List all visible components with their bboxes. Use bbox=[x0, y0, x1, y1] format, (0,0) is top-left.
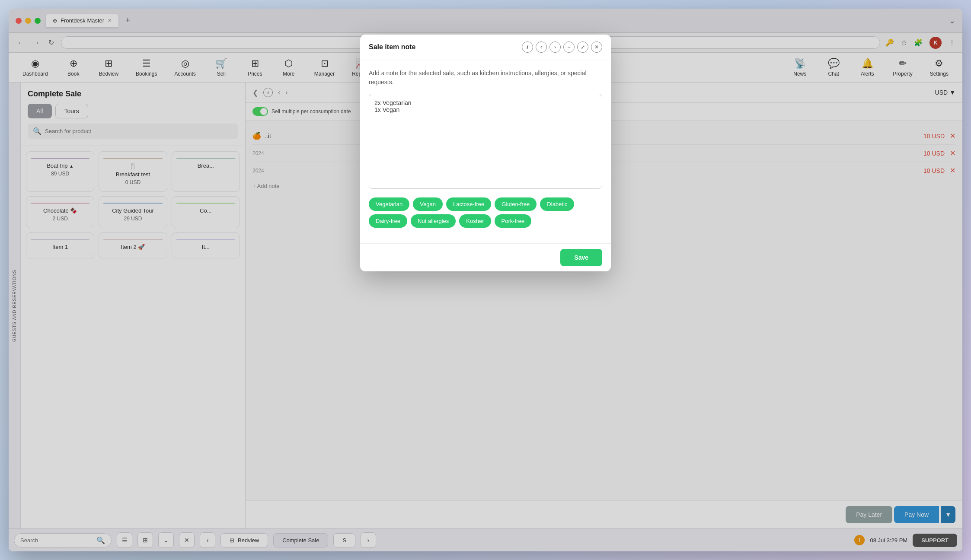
modal-description: Add a note for the selected sale, such a… bbox=[369, 69, 602, 87]
modal-next-button[interactable]: › bbox=[549, 41, 561, 53]
modal-info-button[interactable]: i bbox=[522, 41, 533, 53]
modal-tags: Vegetarian Vegan Lactose-free Gluten-fre… bbox=[369, 197, 602, 228]
modal-close-button[interactable]: ✕ bbox=[591, 41, 602, 53]
tag-kosher[interactable]: Kosher bbox=[459, 214, 491, 228]
modal-controls: i ‹ › − ⤢ ✕ bbox=[522, 41, 602, 53]
tag-gluten-free[interactable]: Gluten-free bbox=[495, 197, 537, 211]
tag-diabetic[interactable]: Diabetic bbox=[540, 197, 574, 211]
modal-minimize-button[interactable]: − bbox=[563, 41, 575, 53]
sale-item-note-modal: Sale item note i ‹ › − ⤢ ✕ Add a note fo… bbox=[360, 35, 611, 271]
modal-save-button[interactable]: Save bbox=[560, 249, 602, 266]
tag-nut-allergies[interactable]: Nut allergies bbox=[411, 214, 456, 228]
modal-body: Add a note for the selected sale, such a… bbox=[360, 60, 611, 243]
modal-overlay: Sale item note i ‹ › − ⤢ ✕ Add a note fo… bbox=[9, 9, 962, 551]
tag-pork-free[interactable]: Pork-free bbox=[495, 214, 531, 228]
modal-resize-button[interactable]: ⤢ bbox=[577, 41, 588, 53]
modal-footer: Save bbox=[360, 243, 611, 271]
tag-dairy-free[interactable]: Dairy-free bbox=[369, 214, 407, 228]
tag-lactose-free[interactable]: Lactose-free bbox=[446, 197, 491, 211]
modal-title: Sale item note bbox=[369, 43, 415, 51]
tag-vegan[interactable]: Vegan bbox=[413, 197, 443, 211]
tag-vegetarian[interactable]: Vegetarian bbox=[369, 197, 409, 211]
modal-note-textarea[interactable]: 2x Vegetarian 1x Vegan bbox=[369, 94, 602, 189]
modal-prev-button[interactable]: ‹ bbox=[536, 41, 547, 53]
modal-header: Sale item note i ‹ › − ⤢ ✕ bbox=[360, 35, 611, 60]
